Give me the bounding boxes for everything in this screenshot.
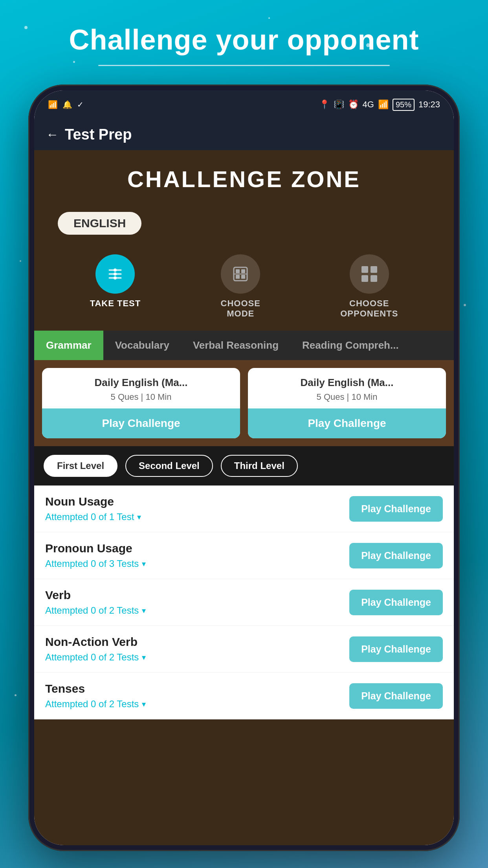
mode-choose-opponents[interactable]: CHOOSEOPPONENTS [340, 254, 398, 319]
level-second[interactable]: Second Level [125, 455, 213, 477]
topics-list: Noun Usage Attempted 0 of 1 Test ▾ Play … [34, 485, 454, 719]
challenge-zone-title: CHALLENGE ZONE [42, 166, 446, 192]
phone-frame: 📶 🔔 ✓ 📍 📳 ⏰ 4G 📶 95% 19:23 ← Test Prep [28, 85, 460, 851]
noun-dropdown-arrow[interactable]: ▾ [137, 512, 141, 522]
notification-icon: 🔔 [62, 100, 72, 109]
network-label: 4G [363, 99, 374, 110]
take-test-icon [95, 254, 135, 294]
topic-tenses-left: Tenses Attempted 0 of 2 Tests ▾ [45, 682, 146, 710]
svg-rect-11 [241, 275, 245, 279]
topic-pronoun-attempted: Attempted 0 of 3 Tests ▾ [45, 558, 146, 569]
topic-noun-name: Noun Usage [45, 495, 141, 508]
status-right-info: 📍 📳 ⏰ 4G 📶 95% 19:23 [319, 99, 440, 111]
pronoun-play-button[interactable]: Play Challenge [349, 543, 443, 568]
topic-verb-attempted: Attempted 0 of 2 Tests ▾ [45, 605, 146, 616]
daily-challenge-cards: Daily English (Ma... 5 Ques | 10 Min Pla… [34, 360, 454, 446]
tab-reading-comprehension[interactable]: Reading Compreh... [290, 331, 411, 360]
level-third[interactable]: Third Level [221, 455, 298, 477]
check-icon: ✓ [77, 100, 84, 109]
topic-nonaction-left: Non-Action Verb Attempted 0 of 2 Tests ▾ [45, 635, 146, 663]
mode-choose-mode[interactable]: CHOOSEMODE [221, 254, 261, 319]
subject-tabs: Grammar Vocabulary Verbal Reasoning Read… [34, 331, 454, 360]
alarm-icon: ⏰ [348, 99, 359, 110]
status-left-icons: 📶 🔔 ✓ [48, 100, 84, 109]
hero-title: Challenge your opponent [0, 24, 488, 56]
topic-nonaction-attempted: Attempted 0 of 2 Tests ▾ [45, 652, 146, 663]
tenses-play-button[interactable]: Play Challenge [349, 683, 443, 709]
svg-rect-9 [241, 269, 245, 273]
level-first[interactable]: First Level [44, 455, 117, 477]
verb-dropdown-arrow[interactable]: ▾ [142, 606, 146, 615]
svg-rect-12 [361, 266, 368, 273]
challenge-header: CHALLENGE ZONE [34, 150, 454, 204]
nonaction-play-button[interactable]: Play Challenge [349, 636, 443, 662]
take-test-label: TAKE TEST [90, 298, 141, 309]
nonaction-dropdown-arrow[interactable]: ▾ [142, 653, 146, 662]
topic-verb: Verb Attempted 0 of 2 Tests ▾ Play Chall… [34, 579, 454, 626]
svg-rect-14 [361, 275, 368, 282]
topic-nonaction-name: Non-Action Verb [45, 635, 146, 649]
card-2-title: Daily English (Ma... [256, 377, 438, 389]
topic-tenses-attempted: Attempted 0 of 2 Tests ▾ [45, 699, 146, 710]
challenge-card-1: Daily English (Ma... 5 Ques | 10 Min Pla… [42, 368, 240, 438]
battery-indicator: 95% [393, 99, 415, 111]
svg-point-3 [114, 268, 117, 272]
card-1-play-button[interactable]: Play Challenge [42, 408, 240, 438]
card-2-info: 5 Ques | 10 Min [256, 392, 438, 402]
tab-grammar[interactable]: Grammar [34, 331, 103, 360]
card-2-top: Daily English (Ma... 5 Ques | 10 Min [248, 368, 446, 408]
modes-row: TAKE TEST CHOOSEMODE [34, 246, 454, 331]
topic-non-action-verb: Non-Action Verb Attempted 0 of 2 Tests ▾… [34, 626, 454, 673]
noun-play-button[interactable]: Play Challenge [349, 496, 443, 522]
back-button[interactable]: ← [46, 127, 59, 142]
wifi-icon: 📶 [48, 100, 58, 109]
page-title: Test Prep [65, 126, 132, 143]
content-area: CHALLENGE ZONE ENGLISH [34, 150, 454, 845]
tab-vocabulary[interactable]: Vocabulary [103, 331, 181, 360]
topic-verb-name: Verb [45, 588, 146, 602]
location-icon: 📍 [319, 99, 330, 110]
topic-pronoun-name: Pronoun Usage [45, 542, 146, 555]
signal-icon: 📶 [378, 99, 389, 110]
topic-tenses: Tenses Attempted 0 of 2 Tests ▾ Play Cha… [34, 673, 454, 719]
choose-mode-label: CHOOSEMODE [221, 298, 261, 319]
choose-mode-icon [221, 254, 260, 294]
svg-rect-13 [371, 266, 377, 273]
choose-opponents-icon [350, 254, 389, 294]
card-2-play-button[interactable]: Play Challenge [248, 408, 446, 438]
topic-noun-left: Noun Usage Attempted 0 of 1 Test ▾ [45, 495, 141, 522]
topic-pronoun-usage: Pronoun Usage Attempted 0 of 3 Tests ▾ P… [34, 532, 454, 579]
svg-point-5 [114, 276, 117, 280]
card-1-top: Daily English (Ma... 5 Ques | 10 Min [42, 368, 240, 408]
pill-row: ENGLISH [34, 204, 454, 246]
vibrate-icon: 📳 [334, 99, 344, 110]
tenses-dropdown-arrow[interactable]: ▾ [142, 699, 146, 709]
svg-rect-15 [371, 275, 377, 282]
pronoun-dropdown-arrow[interactable]: ▾ [142, 559, 146, 568]
tab-verbal-reasoning[interactable]: Verbal Reasoning [181, 331, 290, 360]
time-display: 19:23 [418, 99, 440, 110]
card-1-info: 5 Ques | 10 Min [50, 392, 232, 402]
phone-screen: 📶 🔔 ✓ 📍 📳 ⏰ 4G 📶 95% 19:23 ← Test Prep [34, 90, 454, 845]
svg-rect-10 [236, 275, 240, 279]
subject-pill[interactable]: ENGLISH [58, 212, 141, 235]
topic-noun-usage: Noun Usage Attempted 0 of 1 Test ▾ Play … [34, 485, 454, 532]
status-bar: 📶 🔔 ✓ 📍 📳 ⏰ 4G 📶 95% 19:23 [34, 90, 454, 119]
topic-noun-attempted: Attempted 0 of 1 Test ▾ [45, 511, 141, 522]
challenge-card-2: Daily English (Ma... 5 Ques | 10 Min Pla… [248, 368, 446, 438]
topic-verb-left: Verb Attempted 0 of 2 Tests ▾ [45, 588, 146, 616]
choose-opponents-label: CHOOSEOPPONENTS [340, 298, 398, 319]
verb-play-button[interactable]: Play Challenge [349, 590, 443, 615]
top-navigation: ← Test Prep [34, 119, 454, 150]
svg-rect-8 [236, 269, 240, 273]
card-1-title: Daily English (Ma... [50, 377, 232, 389]
levels-row: First Level Second Level Third Level [34, 446, 454, 485]
topic-tenses-name: Tenses [45, 682, 146, 695]
topic-pronoun-left: Pronoun Usage Attempted 0 of 3 Tests ▾ [45, 542, 146, 569]
hero-divider [98, 65, 390, 66]
svg-point-4 [114, 272, 117, 276]
mode-take-test[interactable]: TAKE TEST [90, 254, 141, 319]
